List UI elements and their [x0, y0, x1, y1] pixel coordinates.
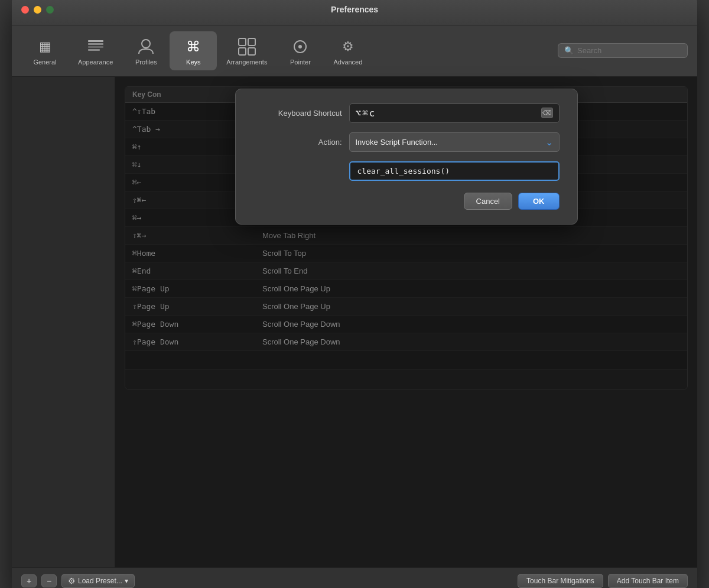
search-input[interactable] — [577, 46, 681, 55]
chevron-down-icon: ⌄ — [545, 137, 553, 148]
general-icon: ▦ — [34, 36, 56, 57]
gear-icon: ⚙ — [68, 576, 76, 586]
shortcut-input-wrapper[interactable]: ⌥⌘c ⌫ — [349, 103, 560, 123]
shortcut-row: Keyboard Shortcut ⌥⌘c ⌫ — [253, 103, 560, 123]
appearance-icon — [85, 36, 106, 57]
svg-rect-8 — [248, 48, 255, 55]
svg-point-4 — [142, 40, 150, 48]
profiles-icon — [135, 36, 157, 57]
maximize-button[interactable] — [46, 6, 54, 14]
search-bar[interactable]: 🔍 — [558, 43, 688, 58]
add-touch-bar-item-button[interactable]: Add Touch Bar Item — [608, 574, 688, 588]
clear-icon: ⌫ — [542, 109, 552, 117]
pointer-icon — [290, 36, 311, 57]
toolbar-label-advanced: Advanced — [333, 59, 362, 66]
search-icon: 🔍 — [564, 46, 574, 55]
ok-button[interactable]: OK — [518, 193, 560, 210]
svg-rect-0 — [88, 40, 103, 42]
keyboard-shortcut-modal: Keyboard Shortcut ⌥⌘c ⌫ Action: Invoke S… — [235, 89, 578, 225]
action-select-text: Invoke Script Function... — [356, 138, 545, 147]
dropdown-arrow-icon: ▾ — [125, 577, 128, 585]
toolbar-label-keys: Keys — [186, 59, 200, 66]
shortcut-clear-button[interactable]: ⌫ — [541, 108, 553, 118]
toolbar-item-arrangements[interactable]: Arrangements — [217, 31, 277, 70]
add-binding-button[interactable]: + — [21, 574, 37, 587]
toolbar-item-general[interactable]: ▦ General — [21, 31, 69, 70]
toolbar-item-advanced[interactable]: ⚙ Advanced — [324, 31, 372, 70]
svg-rect-2 — [88, 46, 103, 48]
svg-rect-7 — [239, 48, 246, 55]
load-preset-button[interactable]: ⚙ Load Preset... ▾ — [61, 574, 135, 588]
minimize-button[interactable] — [34, 6, 41, 14]
close-button[interactable] — [21, 6, 29, 14]
toolbar-item-keys[interactable]: ⌘ Keys — [170, 31, 217, 70]
toolbar-items: ▦ General Appearance Profiles ⌘ Keys — [21, 31, 555, 70]
toolbar-label-pointer: Pointer — [290, 59, 311, 66]
modal-buttons: Cancel OK — [253, 193, 560, 210]
action-row: Action: Invoke Script Function... ⌄ — [253, 132, 560, 152]
toolbar-item-profiles[interactable]: Profiles — [122, 31, 170, 70]
toolbar-label-general: General — [33, 59, 56, 66]
svg-rect-3 — [88, 49, 100, 51]
keys-main: Key Con ^⇧Tab ^Tab → ⌘↑ — [115, 77, 697, 567]
shortcut-value: ⌥⌘c — [356, 108, 376, 119]
svg-point-10 — [298, 45, 302, 48]
shortcut-label: Keyboard Shortcut — [253, 109, 342, 118]
titlebar: Preferences — [12, 0, 697, 25]
remove-binding-button[interactable]: − — [41, 574, 57, 587]
function-input[interactable] — [349, 161, 560, 181]
toolbar: ▦ General Appearance Profiles ⌘ Keys — [12, 25, 697, 77]
modal-overlay: Keyboard Shortcut ⌥⌘c ⌫ Action: Invoke S… — [115, 77, 697, 567]
action-label: Action: — [253, 138, 342, 147]
toolbar-item-pointer[interactable]: Pointer — [277, 31, 324, 70]
toolbar-label-appearance: Appearance — [78, 59, 113, 66]
svg-rect-6 — [248, 38, 255, 46]
bottom-bar: + − ⚙ Load Preset... ▾ Touch Bar Mitigat… — [12, 567, 697, 589]
advanced-icon: ⚙ — [337, 36, 359, 57]
svg-rect-5 — [239, 38, 246, 46]
action-select[interactable]: Invoke Script Function... ⌄ — [349, 132, 560, 152]
function-row — [253, 161, 560, 181]
load-preset-label: Load Preset... — [78, 577, 122, 585]
bottom-right-actions: Touch Bar Mitigations Add Touch Bar Item — [518, 574, 688, 588]
window-controls — [21, 6, 54, 14]
touch-bar-mitigations-button[interactable]: Touch Bar Mitigations — [518, 574, 603, 588]
window-title: Preferences — [331, 5, 378, 14]
arrangements-icon — [236, 36, 258, 57]
toolbar-label-profiles: Profiles — [135, 59, 157, 66]
toolbar-item-appearance[interactable]: Appearance — [69, 31, 122, 70]
preferences-window: Preferences ▦ General Appearance Profile… — [12, 0, 697, 588]
cancel-button[interactable]: Cancel — [464, 193, 512, 210]
main-content: Key Con ^⇧Tab ^Tab → ⌘↑ — [12, 77, 697, 567]
keys-icon: ⌘ — [183, 36, 204, 57]
svg-rect-1 — [88, 43, 103, 45]
sidebar — [12, 77, 115, 567]
toolbar-label-arrangements: Arrangements — [226, 59, 267, 66]
